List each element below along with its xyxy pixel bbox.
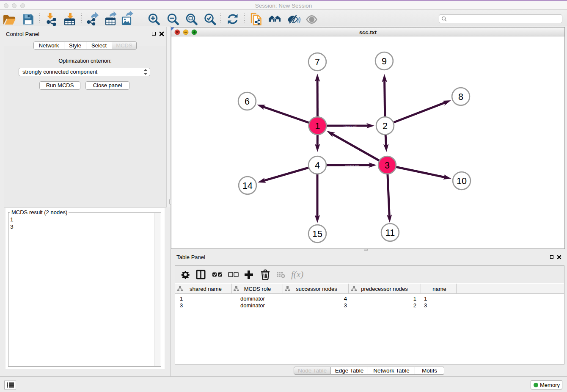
- svg-text:interacts with: interacts with: [345, 164, 359, 167]
- svg-text:9: 9: [382, 56, 387, 66]
- svg-text:3: 3: [385, 160, 390, 171]
- svg-text:7: 7: [315, 57, 320, 67]
- svg-text:4: 4: [315, 160, 320, 171]
- svg-text:8: 8: [458, 92, 463, 102]
- svg-text:2: 2: [383, 121, 388, 131]
- svg-text:14: 14: [242, 181, 253, 191]
- svg-text:11: 11: [385, 228, 395, 238]
- svg-text:interacts with: interacts with: [344, 125, 357, 127]
- svg-text:15: 15: [312, 229, 322, 239]
- svg-text:6: 6: [245, 97, 250, 107]
- svg-text:1: 1: [315, 121, 320, 131]
- svg-text:f(x): f(x): [291, 269, 303, 279]
- svg-text:10: 10: [457, 176, 467, 186]
